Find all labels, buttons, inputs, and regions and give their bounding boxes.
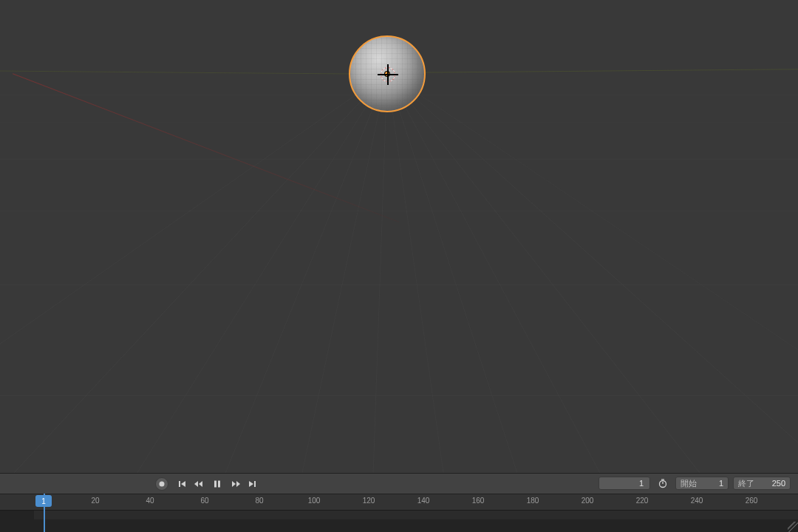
ruler-tick: 80 (255, 497, 263, 505)
jump-start-icon (178, 480, 187, 488)
grid-line (0, 72, 387, 473)
mesh-sphere-selected[interactable] (349, 35, 426, 112)
frame-start-value: 1 (719, 479, 723, 488)
grid-line (0, 211, 798, 211)
grid-line (387, 72, 616, 473)
axis-y-line (388, 69, 798, 73)
svg-marker-3 (194, 481, 198, 487)
play-pause-button[interactable] (208, 477, 226, 491)
timeline-range-bg (34, 511, 798, 519)
area-resize-grip[interactable] (788, 522, 798, 532)
current-frame-value: 1 (639, 479, 644, 488)
use-preview-range-toggle[interactable] (655, 477, 671, 490)
svg-marker-7 (232, 481, 236, 487)
frame-end-label: 終了 (738, 478, 754, 489)
grid-line (0, 159, 798, 160)
grid-line (0, 395, 798, 396)
playhead-handle[interactable]: 1 (35, 495, 52, 507)
object-origin (385, 72, 389, 76)
svg-point-0 (160, 482, 165, 487)
current-frame-field[interactable]: 1 (598, 477, 650, 490)
prev-key-icon (194, 480, 204, 488)
svg-marker-8 (236, 481, 240, 487)
timeline-track[interactable] (0, 510, 798, 532)
grid-line (0, 122, 798, 123)
ruler-tick: 100 (308, 497, 321, 505)
frame-end-value: 250 (772, 479, 785, 488)
frame-start-field[interactable]: 開始 1 (675, 477, 729, 490)
ruler-tick: 40 (146, 497, 154, 505)
stopwatch-icon (658, 478, 668, 488)
pause-icon (213, 480, 222, 488)
axis-y-line-left (0, 70, 388, 75)
svg-rect-1 (179, 481, 180, 487)
ruler-tick: 20 (91, 497, 99, 505)
ruler-tick: 160 (472, 497, 485, 505)
jump-to-start-button[interactable] (176, 477, 189, 491)
svg-marker-9 (249, 481, 253, 487)
grid-line (387, 72, 774, 473)
jump-to-end-button[interactable] (245, 477, 259, 491)
timeline-header: 1 開始 1 終了 250 (0, 473, 798, 494)
ruler-tick: 120 (363, 497, 375, 505)
frame-start-label: 開始 (681, 478, 697, 489)
viewport-3d[interactable] (0, 0, 798, 473)
ruler-tick: 260 (746, 497, 758, 505)
next-keyframe-button[interactable] (229, 477, 242, 491)
grid-line (0, 72, 387, 412)
ruler-tick: 60 (200, 497, 208, 505)
frame-end-field[interactable]: 終了 250 (733, 477, 791, 490)
ruler-tick: 240 (691, 497, 703, 505)
record-icon (159, 481, 165, 487)
next-key-icon (231, 480, 241, 488)
svg-marker-2 (181, 481, 185, 487)
ruler-tick: 180 (527, 497, 539, 505)
svg-rect-5 (214, 481, 216, 488)
svg-marker-4 (199, 481, 202, 487)
jump-end-icon (248, 480, 256, 488)
grid-line (0, 284, 798, 285)
auto-key-toggle[interactable] (155, 477, 168, 491)
grid-line (387, 72, 798, 468)
timeline-ruler[interactable]: 20 40 60 80 100 120 140 160 180 200 220 … (0, 494, 798, 510)
prev-keyframe-button[interactable] (192, 477, 205, 491)
svg-rect-10 (254, 481, 256, 487)
grid-line (233, 72, 388, 473)
ruler-tick: 140 (417, 497, 430, 505)
svg-rect-6 (218, 481, 220, 488)
ruler-tick: 220 (636, 497, 649, 505)
playhead-frame-label: 1 (41, 497, 46, 505)
playback-controls (155, 477, 259, 491)
grid-line (74, 72, 388, 473)
ruler-tick: 200 (582, 497, 594, 505)
